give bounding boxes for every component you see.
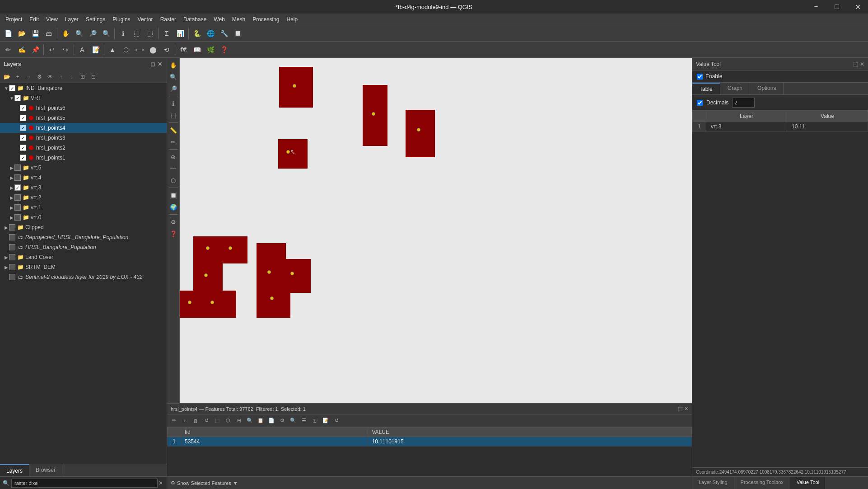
save-as-button[interactable]: 🗃 xyxy=(42,27,55,40)
layer-item-hrsl4[interactable]: ✓ hrsl_points4 xyxy=(0,123,167,133)
checkbox-reproj[interactable] xyxy=(9,234,15,240)
open-form-button[interactable]: 📝 xyxy=(321,416,331,426)
map-canvas[interactable]: ↖ xyxy=(180,58,692,403)
open-layer-button[interactable]: 📂 xyxy=(2,72,12,82)
filter-button[interactable]: ⚙ xyxy=(277,416,287,426)
vt-enable-checkbox[interactable] xyxy=(697,74,703,80)
organize-cols-button[interactable]: ☰ xyxy=(299,416,309,426)
vt-decimals-input[interactable] xyxy=(732,98,755,108)
menu-item-vector[interactable]: Vector xyxy=(134,15,157,24)
label-button[interactable]: A xyxy=(76,43,89,56)
search-clear-button[interactable]: ✕ xyxy=(158,479,164,487)
checkbox-vrt4[interactable] xyxy=(14,174,21,181)
help-button[interactable]: ❓ xyxy=(218,43,230,56)
checkbox-ind[interactable]: ✓ xyxy=(9,85,15,91)
vt-decimals-checkbox[interactable] xyxy=(697,100,703,106)
layer-item-vrt5[interactable]: ▶ 📁 vrt.5 xyxy=(0,163,167,173)
mapset-button[interactable]: 🗺 xyxy=(177,43,190,56)
menu-item-processing[interactable]: Processing xyxy=(249,15,283,24)
expand-all-button[interactable]: ⊞ xyxy=(78,72,88,82)
redo-button[interactable]: ↪ xyxy=(59,43,72,56)
menu-item-project[interactable]: Project xyxy=(2,15,26,24)
rbtab-layer-styling[interactable]: Layer Styling xyxy=(692,477,734,489)
python-button[interactable]: 🐍 xyxy=(191,27,203,40)
digitize-poly-button[interactable]: ⬡ xyxy=(168,175,179,186)
save-project-button[interactable]: 💾 xyxy=(29,27,42,40)
attr-col-fid[interactable]: fid xyxy=(181,428,368,437)
layers-expand-button[interactable]: ◻ xyxy=(149,60,156,68)
reshape-button[interactable]: ⟲ xyxy=(160,43,173,56)
feature-button[interactable]: ⬡ xyxy=(120,43,132,56)
layer-item-vrt1[interactable]: ▶ 📁 vrt.1 xyxy=(0,202,167,212)
zoom-out-map-button[interactable]: 🔎 xyxy=(168,83,179,94)
help-side-button[interactable]: ❓ xyxy=(168,228,179,239)
filter-layer-button[interactable]: ⚙ xyxy=(34,72,44,82)
checkbox-hrsl3[interactable]: ✓ xyxy=(20,135,26,141)
menu-item-plugins[interactable]: Plugins xyxy=(109,15,134,24)
checkbox-hrsl6[interactable]: ✓ xyxy=(20,105,26,111)
add-feature-button[interactable]: + xyxy=(180,416,190,426)
topology-button[interactable]: ⟷ xyxy=(133,43,146,56)
grass-button[interactable]: 🌿 xyxy=(204,43,217,56)
vertex-button[interactable]: ▲ xyxy=(106,43,119,56)
minimize-button[interactable]: − xyxy=(806,0,826,14)
select-button[interactable]: ⬚ xyxy=(130,27,143,40)
maximize-button[interactable]: □ xyxy=(826,0,847,14)
checkbox-sentinel[interactable] xyxy=(9,274,15,280)
checkbox-vrt0[interactable] xyxy=(14,214,21,221)
atlas-button[interactable]: 📖 xyxy=(191,43,203,56)
layer-item-hrsl1[interactable]: ✓ hrsl_points1 xyxy=(0,153,167,163)
edit-button[interactable]: ✏ xyxy=(2,43,14,56)
layer-item-sentinel[interactable]: 🗂 Sentinel-2 cloudless layer for 2019 by… xyxy=(0,272,167,282)
vt-close-button[interactable]: ✕ xyxy=(860,61,864,67)
zoom-full-button[interactable]: 🔍 xyxy=(73,27,85,40)
open-project-button[interactable]: 📂 xyxy=(15,27,28,40)
vt-col-value[interactable]: Value xyxy=(787,111,868,122)
rbtab-value-tool[interactable]: Value Tool xyxy=(790,477,826,489)
layer-item-vrt3[interactable]: ▶ ✓ 📁 vrt.3 xyxy=(0,183,167,193)
field-calc-button[interactable]: Σ xyxy=(160,27,173,40)
edit-attr-button[interactable]: ✏ xyxy=(169,416,179,426)
checkbox-vrt5[interactable] xyxy=(14,165,21,171)
layer-item-hrsl2[interactable]: ✓ hrsl_points2 xyxy=(0,143,167,153)
digitize-point-button[interactable]: ⊕ xyxy=(168,151,179,162)
identify-button[interactable]: ℹ xyxy=(117,27,129,40)
undo-button[interactable]: ↩ xyxy=(46,43,58,56)
pan-map-button[interactable]: ✋ xyxy=(168,60,179,71)
collapse-all-button[interactable]: ⊟ xyxy=(89,72,98,82)
measure-button[interactable]: 📏 xyxy=(168,125,179,136)
checkbox-vrt1[interactable] xyxy=(14,204,21,211)
filter-visible-button[interactable]: 👁 xyxy=(45,72,55,82)
invert-sel-button[interactable]: ⬡ xyxy=(223,416,233,426)
checkbox-hrsl4[interactable]: ✓ xyxy=(20,125,26,131)
attr-col-value[interactable]: VALUE xyxy=(368,428,692,437)
checkbox-clipped[interactable] xyxy=(9,224,15,230)
checkbox-vrt2[interactable] xyxy=(14,194,21,201)
checkbox-vrt[interactable]: ✓ xyxy=(14,95,21,101)
checkbox-srtm[interactable] xyxy=(9,264,15,270)
vt-col-layer[interactable]: Layer xyxy=(706,111,787,122)
wms-button[interactable]: 🌍 xyxy=(168,202,179,212)
attr-expand-button[interactable]: ⬚ xyxy=(678,406,682,412)
menu-item-database[interactable]: Database xyxy=(180,15,210,24)
zoom-out-button[interactable]: 🔍 xyxy=(100,27,112,40)
move-down-button[interactable]: ↓ xyxy=(67,72,77,82)
pan-button[interactable]: ✋ xyxy=(59,27,72,40)
vt-tab-table[interactable]: Table xyxy=(692,83,720,94)
fill-ring-button[interactable]: ⬤ xyxy=(147,43,159,56)
layer-item-hrsl6[interactable]: ✓ hrsl_points6 xyxy=(0,103,167,113)
zoom-in-button[interactable]: 🔎 xyxy=(86,27,99,40)
delete-feature-button[interactable]: 🗑 xyxy=(191,416,201,426)
checkbox-hrsl-b[interactable] xyxy=(9,244,15,250)
layer-item-ind-bangalore[interactable]: ▼ ✓ 📁 IND_Bangalore xyxy=(0,83,167,93)
menu-item-edit[interactable]: Edit xyxy=(26,15,42,24)
checkbox-hrsl5[interactable]: ✓ xyxy=(20,115,26,121)
vt-tab-graph[interactable]: Graph xyxy=(720,83,750,94)
menu-item-help[interactable]: Help xyxy=(283,15,302,24)
zoom-selected-button[interactable]: 🔍 xyxy=(245,416,255,426)
tab-layers[interactable]: Layers xyxy=(0,464,29,476)
annotation-button[interactable]: 📝 xyxy=(89,43,102,56)
close-button[interactable]: ✕ xyxy=(847,0,868,14)
checkbox-hrsl2[interactable]: ✓ xyxy=(20,145,26,151)
snapping-button[interactable]: 📌 xyxy=(29,43,42,56)
